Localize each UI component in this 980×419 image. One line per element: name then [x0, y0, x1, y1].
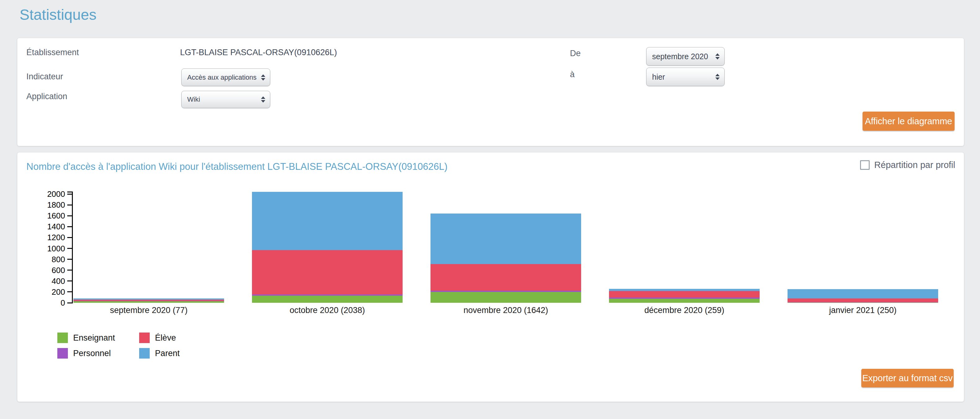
x-axis-category-label: octobre 2020 (2038) [238, 306, 417, 315]
bar-segment-eleve [431, 264, 581, 290]
bar-segment-personnel [252, 295, 402, 296]
legend-swatch-parent [139, 348, 150, 358]
stacked-bar-chart: 0200400600800100012001400160018002000sep… [18, 153, 964, 401]
chart-panel: Nombre d'accès à l'application Wiki pour… [18, 153, 964, 401]
page-title: Statistiques [19, 6, 96, 23]
y-axis-tick [67, 204, 72, 206]
y-axis-tick-label: 1200 [18, 233, 65, 242]
y-axis-tick-label: 1600 [18, 211, 65, 221]
legend-item-parent: Parent [139, 348, 180, 358]
bar-segment-parent [788, 289, 938, 298]
select-arrows-icon [715, 74, 720, 80]
filter-panel: Établissement LGT-BLAISE PASCAL-ORSAY(09… [18, 38, 964, 146]
y-axis-tick [67, 226, 72, 227]
bar-segment-eleve [788, 298, 938, 302]
x-axis-category-label: décembre 2020 (259) [595, 306, 773, 315]
application-select[interactable]: Wiki [181, 91, 270, 108]
y-axis-tick-label: 2000 [18, 190, 65, 199]
date-to-label: à [570, 69, 574, 80]
bar-segment-eleve [252, 250, 402, 295]
bar-segment-parent [73, 298, 224, 300]
afficher-diagramme-button[interactable]: Afficher le diagramme [862, 112, 955, 131]
bar-segment-eleve [609, 291, 760, 298]
bar-segment-enseignant [788, 302, 938, 303]
legend-label: Personnel [73, 349, 111, 358]
legend-swatch-enseignant [57, 333, 68, 343]
date-to-select-value: hier [652, 73, 665, 81]
y-axis-tick-label: 200 [18, 287, 65, 297]
y-axis-tick-label: 1400 [18, 222, 65, 231]
date-from-label: De [570, 48, 581, 59]
bar-segment-eleve [73, 300, 224, 301]
select-arrows-icon [261, 74, 265, 81]
date-from-select-value: septembre 2020 [652, 52, 708, 61]
y-axis-tick-label: 600 [18, 266, 65, 275]
y-axis-cap-tick [67, 191, 72, 193]
bar-segment-enseignant [609, 299, 760, 303]
legend-item-eleve: Élève [139, 333, 180, 343]
indicateur-select[interactable]: Accès aux applications [181, 69, 270, 86]
application-select-value: Wiki [187, 96, 200, 104]
x-axis-category-label: janvier 2021 (250) [773, 306, 952, 315]
legend-item-personnel: Personnel [57, 348, 115, 358]
y-axis-tick [67, 303, 72, 303]
bar-segment-enseignant [73, 301, 224, 303]
export-csv-button[interactable]: Exporter au format csv [861, 369, 954, 387]
bar-segment-personnel [609, 298, 760, 298]
y-axis-tick [67, 259, 72, 260]
bar-segment-parent [431, 213, 581, 264]
y-axis-tick-label: 1000 [18, 244, 65, 253]
x-axis-category-label: novembre 2020 (1642) [417, 306, 595, 315]
bar-segment-parent [252, 192, 402, 250]
y-axis-line [72, 191, 73, 303]
bar-segment-enseignant [252, 296, 402, 303]
chart-legend: EnseignantPersonnelÉlèveParent [57, 333, 180, 358]
y-axis-tick [67, 248, 72, 249]
y-axis-tick-label: 400 [18, 276, 65, 286]
date-to-select[interactable]: hier [646, 68, 725, 86]
indicateur-label: Indicateur [26, 71, 63, 82]
y-axis-tick [67, 280, 72, 281]
bar-segment-enseignant [431, 292, 581, 303]
y-axis-tick [67, 194, 72, 194]
etablissement-label: Établissement [26, 47, 79, 57]
select-arrows-icon [261, 96, 265, 103]
legend-swatch-personnel [57, 348, 68, 358]
bar-segment-parent [609, 289, 760, 291]
legend-swatch-eleve [139, 333, 150, 343]
y-axis-tick [67, 291, 72, 292]
select-arrows-icon [715, 53, 720, 59]
application-label: Application [26, 91, 67, 102]
legend-item-enseignant: Enseignant [57, 333, 115, 343]
legend-label: Élève [155, 333, 176, 343]
indicateur-select-value: Accès aux applications [187, 73, 257, 81]
y-axis-tick [67, 215, 72, 216]
legend-label: Parent [155, 349, 180, 358]
etablissement-value: LGT-BLAISE PASCAL-ORSAY(0910626L) [180, 47, 337, 57]
bar-segment-personnel [431, 291, 581, 292]
legend-label: Enseignant [73, 333, 115, 343]
y-axis-tick-label: 800 [18, 255, 65, 264]
y-axis-tick [67, 237, 72, 238]
y-axis-tick-label: 1800 [18, 200, 65, 210]
y-axis-tick-label: 0 [18, 298, 65, 308]
date-from-select[interactable]: septembre 2020 [646, 47, 725, 66]
x-axis-category-label: septembre 2020 (77) [59, 306, 238, 315]
y-axis-tick [67, 269, 72, 271]
